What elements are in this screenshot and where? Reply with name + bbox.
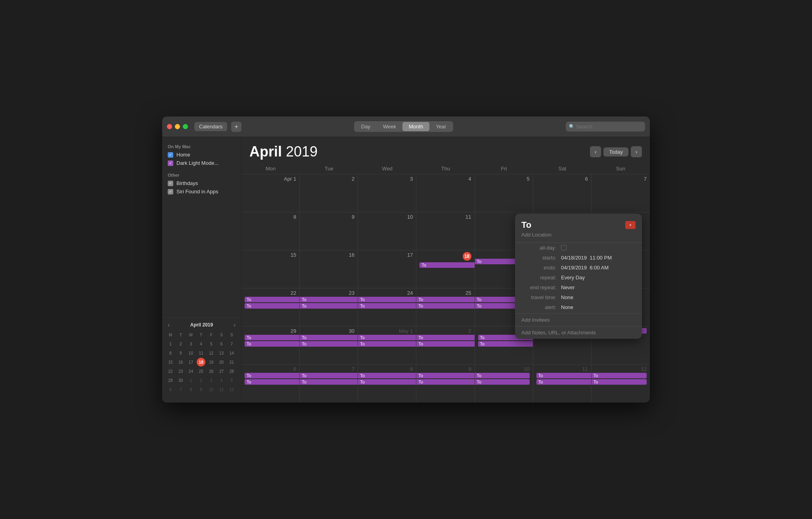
event-bar[interactable]: To bbox=[358, 341, 416, 347]
event-bar[interactable]: To bbox=[478, 341, 533, 347]
cal-day[interactable]: 22 To To bbox=[241, 288, 300, 326]
cal-day[interactable]: 18 To bbox=[416, 250, 475, 288]
event-bar[interactable]: To bbox=[358, 373, 416, 378]
sidebar-item-siri[interactable]: ✓ Siri Found in Apps bbox=[162, 187, 241, 196]
mini-cal-day[interactable]: 21 bbox=[227, 358, 236, 366]
popup-end-repeat-value[interactable]: Never bbox=[561, 284, 636, 290]
tab-day[interactable]: Day bbox=[355, 122, 377, 131]
mini-cal-next[interactable]: › bbox=[232, 322, 237, 328]
cal-day[interactable]: 25 To To bbox=[416, 288, 475, 326]
mini-cal-day[interactable]: 16 bbox=[176, 358, 185, 366]
all-day-checkbox[interactable] bbox=[561, 245, 567, 250]
cal-day[interactable]: 29 To To bbox=[241, 326, 300, 364]
popup-notes[interactable]: Add Notes, URL, or Attachments bbox=[515, 326, 642, 339]
mini-cal-day[interactable]: 8 bbox=[166, 349, 175, 357]
mini-cal-day[interactable]: 4 bbox=[197, 340, 205, 348]
cal-day[interactable]: 7 To To bbox=[300, 364, 358, 403]
calendars-button[interactable]: Calendars bbox=[194, 122, 227, 131]
mini-cal-day[interactable]: 5 bbox=[207, 340, 216, 348]
maximize-button[interactable] bbox=[183, 124, 188, 129]
mini-cal-day[interactable]: 23 bbox=[176, 367, 185, 376]
event-bar[interactable]: To bbox=[475, 379, 530, 385]
mini-cal-day[interactable]: 11 bbox=[197, 349, 205, 357]
mini-cal-day[interactable]: 10 bbox=[207, 385, 216, 394]
mini-cal-day[interactable]: 12 bbox=[207, 349, 216, 357]
cal-day[interactable]: 30 To To bbox=[300, 326, 358, 364]
cal-day[interactable]: 15 bbox=[241, 250, 300, 288]
mini-cal-day[interactable]: 1 bbox=[186, 376, 195, 385]
cal-day[interactable]: 9 To To bbox=[416, 364, 475, 403]
mini-cal-day[interactable]: 29 bbox=[166, 376, 175, 385]
popup-repeat-value[interactable]: Every Day bbox=[561, 275, 636, 280]
mini-cal-day[interactable]: 12 bbox=[227, 385, 236, 394]
sidebar-item-dark-light[interactable]: ✓ Dark Light Mode... bbox=[162, 159, 241, 167]
dark-light-checkbox[interactable]: ✓ bbox=[168, 160, 173, 166]
mini-cal-day[interactable]: 19 bbox=[207, 358, 216, 366]
event-bar[interactable]: To bbox=[592, 379, 647, 385]
mini-cal-day[interactable]: 27 bbox=[217, 367, 226, 376]
cal-day[interactable]: 3 bbox=[358, 174, 416, 212]
sidebar-item-birthdays[interactable]: ✓ Birthdays bbox=[162, 179, 241, 187]
event-bar[interactable]: To bbox=[416, 297, 474, 302]
siri-checkbox[interactable]: ✓ bbox=[168, 189, 173, 195]
event-bar[interactable]: To bbox=[592, 373, 647, 378]
event-bar[interactable]: To bbox=[300, 341, 358, 347]
event-bar[interactable]: To bbox=[416, 335, 474, 340]
event-bar[interactable]: To bbox=[245, 341, 299, 347]
mini-cal-day[interactable]: 5 bbox=[227, 376, 236, 385]
popup-travel-value[interactable]: None bbox=[561, 294, 636, 300]
event-bar[interactable]: To bbox=[358, 335, 416, 340]
popup-starts-value[interactable]: 04/18/2019 11:00 PM bbox=[561, 255, 636, 261]
cal-day[interactable]: 5 bbox=[475, 174, 533, 212]
mini-cal-day[interactable]: 14 bbox=[227, 349, 236, 357]
birthdays-checkbox[interactable]: ✓ bbox=[168, 181, 173, 186]
popup-invitees[interactable]: Add Invitees bbox=[515, 313, 642, 326]
event-bar[interactable]: To bbox=[245, 335, 299, 340]
event-bar[interactable]: To bbox=[300, 379, 358, 385]
mini-cal-day[interactable]: 25 bbox=[197, 367, 205, 376]
tab-year[interactable]: Year bbox=[429, 122, 452, 131]
cal-day[interactable]: 10 bbox=[358, 212, 416, 250]
mini-cal-day[interactable]: 8 bbox=[186, 385, 195, 394]
tab-month[interactable]: Month bbox=[402, 122, 429, 131]
minimize-button[interactable] bbox=[175, 124, 180, 129]
close-button[interactable] bbox=[167, 124, 172, 129]
mini-cal-day[interactable]: 2 bbox=[176, 340, 185, 348]
mini-cal-day[interactable]: 9 bbox=[197, 385, 205, 394]
cal-day[interactable]: 11 bbox=[416, 212, 475, 250]
mini-cal-day[interactable]: 13 bbox=[217, 349, 226, 357]
mini-cal-day[interactable]: 7 bbox=[176, 385, 185, 394]
cal-day[interactable]: 8 To To bbox=[358, 364, 416, 403]
tab-week[interactable]: Week bbox=[377, 122, 402, 131]
cal-day[interactable]: 23 To To bbox=[300, 288, 358, 326]
mini-cal-day[interactable]: 2 bbox=[197, 376, 205, 385]
mini-cal-day[interactable]: 3 bbox=[207, 376, 216, 385]
event-bar[interactable]: To bbox=[358, 379, 416, 385]
event-bar[interactable]: To bbox=[245, 379, 299, 385]
mini-cal-day[interactable]: 26 bbox=[207, 367, 216, 376]
mini-cal-day[interactable]: 4 bbox=[217, 376, 226, 385]
event-bar[interactable]: To bbox=[245, 373, 299, 378]
mini-cal-today[interactable]: 18 bbox=[197, 358, 205, 366]
mini-cal-day[interactable]: 15 bbox=[166, 358, 175, 366]
cal-day[interactable]: 2 bbox=[300, 174, 358, 212]
mini-cal-day[interactable]: 10 bbox=[186, 349, 195, 357]
cal-day[interactable]: Apr 1 bbox=[241, 174, 300, 212]
cal-day[interactable]: 9 bbox=[300, 212, 358, 250]
cal-day[interactable]: 24 To To bbox=[358, 288, 416, 326]
mini-cal-day[interactable]: 30 bbox=[176, 376, 185, 385]
cal-day[interactable]: May 1 To To bbox=[358, 326, 416, 364]
mini-cal-day[interactable]: 3 bbox=[186, 340, 195, 348]
event-bar[interactable]: To bbox=[416, 303, 474, 309]
popup-ends-value[interactable]: 04/19/2019 6:00 AM bbox=[561, 265, 636, 271]
popup-location[interactable]: Add Location bbox=[515, 232, 642, 243]
mini-cal-day[interactable]: 9 bbox=[176, 349, 185, 357]
mini-cal-day[interactable]: 20 bbox=[217, 358, 226, 366]
event-bar[interactable]: To bbox=[416, 341, 474, 347]
event-bar[interactable]: To bbox=[300, 303, 358, 309]
mini-cal-day[interactable]: 17 bbox=[186, 358, 195, 366]
event-bar[interactable]: To bbox=[358, 303, 416, 309]
mini-cal-day[interactable]: 24 bbox=[186, 367, 195, 376]
cal-day[interactable]: 7 bbox=[592, 174, 650, 212]
cal-day[interactable]: 12 To To bbox=[592, 364, 650, 403]
